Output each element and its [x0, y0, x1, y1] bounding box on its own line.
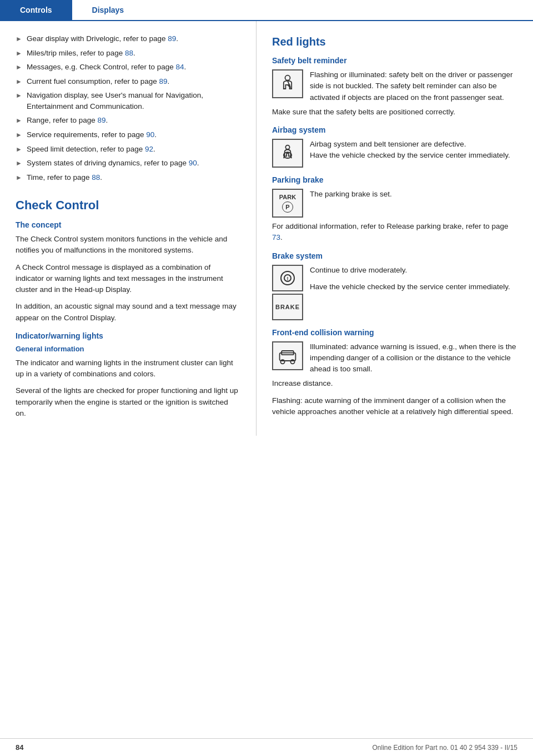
link-89-fuel[interactable]: 89 [159, 77, 168, 85]
parking-brake-text: The parking brake is set. [310, 189, 517, 200]
brake-system-row: ! BRAKE Continue to drive moderately. Ha… [272, 265, 517, 320]
safety-belt-svg [278, 74, 298, 94]
list-item-text: Range, refer to page 89. [27, 115, 108, 126]
bullet-arrow: ► [16, 159, 22, 169]
safety-belt-para: Flashing or illuminated: safety belt on … [310, 70, 512, 102]
airbag-text: Airbag system and belt tensioner are def… [310, 139, 517, 162]
list-item-text: Service requirements, refer to page 90. [27, 129, 157, 140]
concept-para1: The Check Control system monitors functi… [16, 234, 240, 256]
page-number: 84 [16, 743, 23, 752]
footer: 84 Online Edition for Part no. 01 40 2 9… [0, 738, 533, 756]
brake-text: Continue to drive moderately. Have the v… [310, 265, 517, 320]
bullet-arrow: ► [16, 145, 22, 155]
list-item-text: Miles/trip miles, refer to page 88. [27, 48, 135, 59]
link-73-parking[interactable]: 73 [272, 233, 280, 241]
svg-point-0 [285, 75, 290, 80]
safety-belt-para2: Make sure that the safety belts are posi… [272, 107, 517, 118]
bullet-arrow: ► [16, 49, 22, 59]
svg-text:!: ! [287, 276, 289, 281]
list-item: ► System states of driving dynamics, ref… [16, 158, 240, 169]
list-item: ► Speed limit detection, refer to page 9… [16, 144, 240, 155]
list-item: ► Service requirements, refer to page 90… [16, 129, 240, 140]
airbag-svg [278, 143, 298, 163]
brake-icons: ! BRAKE [272, 265, 303, 320]
bullet-arrow: ► [16, 116, 22, 126]
check-control-heading: Check Control [16, 198, 240, 213]
list-item-text: System states of driving dynamics, refer… [27, 158, 199, 169]
link-89-gear[interactable]: 89 [168, 34, 176, 43]
svg-point-3 [285, 145, 289, 149]
brake-para2: Have the vehicle checked by the service … [310, 281, 517, 293]
link-84-messages[interactable]: 84 [176, 63, 184, 71]
parking-brake-para2: For additional information, refer to Rel… [272, 221, 517, 244]
link-92-speed[interactable]: 92 [145, 145, 153, 153]
parking-brake-para: The parking brake is set. [310, 189, 517, 200]
airbag-para1: Airbag system and belt tensioner are def… [310, 139, 517, 150]
link-89-range[interactable]: 89 [97, 116, 105, 124]
front-collision-para3: Flashing: acute warning of the imminent … [272, 395, 517, 418]
front-collision-icon [272, 341, 303, 370]
list-item-text: Speed limit detection, refer to page 92. [27, 144, 155, 155]
parking-brake-row: PARK P The parking brake is set. [272, 189, 517, 218]
list-item: ► Range, refer to page 89. [16, 115, 240, 126]
bullet-arrow: ► [16, 91, 22, 112]
parking-brake-heading: Parking brake [272, 175, 517, 184]
parking-brake-icon: PARK P [272, 189, 303, 218]
front-collision-para2: Increase distance. [272, 378, 517, 389]
list-item-text: Navigation display, see User's manual fo… [27, 90, 240, 112]
safety-belt-text: Flashing or illuminated: safety belt on … [310, 69, 517, 103]
safety-belt-icon [272, 69, 303, 98]
tab-displays-label: Displays [92, 6, 124, 14]
footer-online-text: Online Edition for Part no. 01 40 2 954 … [372, 744, 517, 752]
top-navigation: Controls Displays [0, 0, 533, 21]
concept-heading: The concept [16, 220, 240, 229]
brake-system-heading: Brake system [272, 251, 517, 260]
bullet-list: ► Gear display with Drivelogic, refer to… [16, 33, 240, 183]
list-item: ► Time, refer to page 88. [16, 172, 240, 183]
bullet-arrow: ► [16, 130, 22, 140]
list-item: ► Messages, e.g. Check Control, refer to… [16, 62, 240, 73]
brake-para1: Continue to drive moderately. [310, 265, 517, 276]
tab-controls[interactable]: Controls [0, 0, 72, 20]
bullet-arrow: ► [16, 34, 22, 44]
right-column: Red lights Safety belt reminder Flashing… [257, 21, 533, 436]
airbag-icon [272, 139, 303, 168]
brake-circle-icon: ! [272, 265, 303, 291]
front-collision-heading: Front-end collision warning [272, 328, 517, 337]
list-item: ► Current fuel consumption, refer to pag… [16, 76, 240, 87]
list-item-text: Time, refer to page 88. [27, 172, 102, 183]
front-collision-row: Illuminated: advance warning is issued, … [272, 341, 517, 375]
check-control-section: Check Control The concept The Check Cont… [16, 198, 240, 419]
front-collision-text: Illuminated: advance warning is issued, … [310, 341, 517, 375]
list-item-text: Gear display with Drivelogic, refer to p… [27, 33, 178, 44]
concept-para3: In addition, an acoustic signal may soun… [16, 301, 240, 324]
concept-para2: A Check Control message is displayed as … [16, 262, 240, 296]
red-lights-heading: Red lights [272, 36, 517, 48]
front-collision-para1: Illuminated: advance warning is issued, … [310, 342, 516, 374]
safety-belt-heading: Safety belt reminder [272, 56, 517, 65]
safety-belt-row: Flashing or illuminated: safety belt on … [272, 69, 517, 103]
airbag-heading: Airbag system [272, 125, 517, 134]
link-90-dynamics[interactable]: 90 [189, 159, 197, 167]
bullet-arrow: ► [16, 173, 22, 183]
indicator-heading: Indicator/warning lights [16, 331, 240, 340]
general-info-para2: Several of the lights are checked for pr… [16, 385, 240, 419]
general-info-heading: General information [16, 345, 240, 353]
link-88-miles[interactable]: 88 [125, 49, 133, 57]
left-column: ► Gear display with Drivelogic, refer to… [0, 21, 257, 436]
link-88-time[interactable]: 88 [92, 173, 100, 182]
airbag-para2: Have the vehicle checked by the service … [310, 150, 517, 161]
list-item: ► Miles/trip miles, refer to page 88. [16, 48, 240, 59]
brake-text-icon: BRAKE [272, 294, 303, 320]
link-90-service[interactable]: 90 [146, 130, 154, 139]
list-item: ► Navigation display, see User's manual … [16, 90, 240, 112]
bullet-arrow: ► [16, 63, 22, 73]
list-item-text: Current fuel consumption, refer to page … [27, 76, 169, 87]
bullet-arrow: ► [16, 77, 22, 87]
main-content: ► Gear display with Drivelogic, refer to… [0, 21, 533, 436]
general-info-para1: The indicator and warning lights in the … [16, 357, 240, 380]
airbag-row: Airbag system and belt tensioner are def… [272, 139, 517, 168]
list-item: ► Gear display with Drivelogic, refer to… [16, 33, 240, 44]
tab-displays[interactable]: Displays [72, 0, 144, 20]
tab-controls-label: Controls [20, 6, 52, 14]
